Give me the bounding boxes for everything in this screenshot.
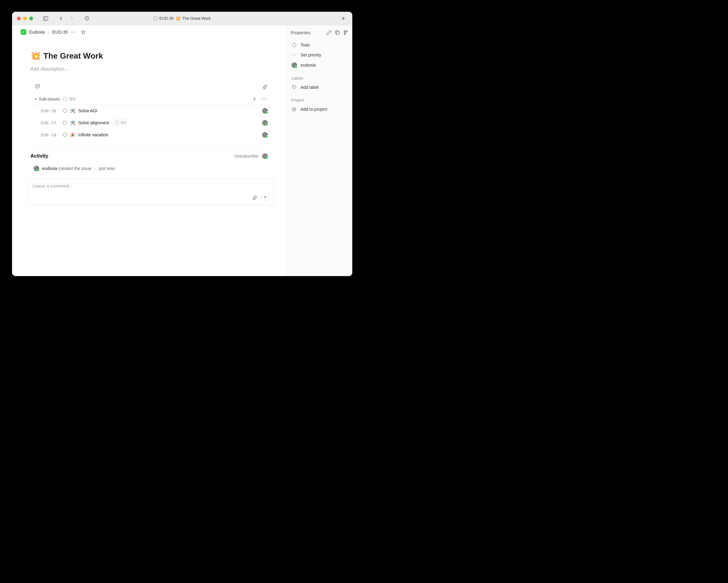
issue-title[interactable]: The Great Work bbox=[44, 51, 103, 61]
subissue-emoji: 🎉 bbox=[70, 132, 75, 137]
svg-point-10 bbox=[263, 99, 264, 100]
svg-point-5 bbox=[75, 32, 76, 33]
attach-button[interactable] bbox=[262, 84, 268, 89]
subissue-status-icon[interactable] bbox=[63, 133, 67, 137]
app-window: EUD-35 💥 The Great Work ✓ Eudoxia › EUD-… bbox=[12, 12, 352, 276]
subissue-title: Solve AGI bbox=[78, 108, 98, 113]
progress-icon bbox=[115, 120, 119, 125]
svg-point-7 bbox=[36, 86, 37, 86]
status-circle-icon bbox=[153, 16, 157, 21]
subissue-assignee-avatar[interactable] bbox=[262, 132, 268, 138]
title-issue-id: EUD-35 bbox=[159, 16, 174, 21]
breadcrumb-issue[interactable]: EUD-35 bbox=[52, 30, 68, 34]
copy-issue-button[interactable] bbox=[335, 30, 340, 35]
svg-point-16 bbox=[293, 86, 294, 87]
favorite-button[interactable] bbox=[81, 30, 86, 34]
add-project-button[interactable]: Add to project bbox=[291, 104, 348, 114]
divider bbox=[31, 147, 268, 147]
toggle-sidebar-button[interactable] bbox=[42, 15, 50, 23]
activity-heading: Activity bbox=[31, 153, 49, 159]
breadcrumb-separator: › bbox=[48, 30, 49, 34]
priority-value: Set priority bbox=[301, 52, 321, 57]
priority-selector[interactable]: ··· Set priority bbox=[291, 50, 348, 60]
comment-attach-button[interactable] bbox=[251, 193, 259, 201]
svg-point-8 bbox=[38, 86, 38, 86]
subissues-label: Sub-issues bbox=[39, 96, 60, 102]
svg-point-15 bbox=[346, 31, 347, 32]
activity-item: eudoxia created the issue·just now bbox=[31, 164, 268, 172]
subissue-progress-pill: 0/3 bbox=[112, 120, 129, 126]
subissue-assignee-avatar[interactable] bbox=[262, 108, 268, 113]
description-input[interactable]: Add description... bbox=[31, 66, 268, 72]
add-subissue-button[interactable] bbox=[251, 97, 258, 101]
project-badge-icon: ✓ bbox=[21, 29, 26, 35]
breadcrumb-project[interactable]: Eudoxia bbox=[29, 30, 45, 34]
svg-point-4 bbox=[73, 32, 74, 33]
breadcrumb-more-button[interactable] bbox=[71, 31, 76, 33]
titlebar: EUD-35 💥 The Great Work bbox=[12, 12, 352, 25]
subissue-id: EUD-36 bbox=[41, 109, 59, 113]
collapse-toggle[interactable]: ▾ bbox=[35, 98, 36, 101]
breadcrumb: ✓ Eudoxia › EUD-35 bbox=[12, 25, 286, 39]
assignee-avatar-icon bbox=[291, 62, 297, 68]
subscriber-avatar[interactable] bbox=[262, 153, 268, 159]
subissue-title: Solve alignment bbox=[78, 120, 109, 125]
add-emoji-button[interactable] bbox=[35, 84, 41, 89]
subissue-emoji: 🛠️ bbox=[70, 108, 75, 113]
subissue-row[interactable]: EUD-36🛠️Solve AGI bbox=[31, 105, 268, 117]
comment-box: Leave a comment... bbox=[28, 178, 274, 205]
subissues-count: 0/3 bbox=[70, 96, 75, 102]
svg-rect-12 bbox=[336, 32, 339, 34]
maximize-window-button[interactable] bbox=[29, 17, 33, 20]
project-heading: Project bbox=[291, 98, 348, 103]
new-tab-button[interactable] bbox=[339, 15, 347, 23]
project-icon bbox=[292, 107, 296, 112]
main-panel: ✓ Eudoxia › EUD-35 💥 The Great Work Add … bbox=[12, 25, 287, 276]
activity-avatar bbox=[34, 166, 39, 171]
issue-emoji[interactable]: 💥 bbox=[31, 51, 41, 61]
comment-input[interactable]: Leave a comment... bbox=[33, 183, 269, 189]
labels-heading: Labels bbox=[291, 76, 348, 81]
assignee-selector[interactable]: eudoxia bbox=[291, 60, 348, 70]
comment-submit-button[interactable] bbox=[261, 193, 269, 201]
activity-action: created the issue bbox=[58, 166, 92, 171]
branch-button[interactable] bbox=[343, 30, 348, 35]
svg-point-3 bbox=[71, 32, 72, 33]
unsubscribe-button[interactable]: Unsubscribe bbox=[234, 154, 258, 159]
copy-link-button[interactable] bbox=[326, 30, 331, 35]
subissue-id: EUD-37 bbox=[41, 120, 59, 125]
issue-title-row: 💥 The Great Work bbox=[31, 51, 268, 61]
nav-forward-button[interactable] bbox=[68, 15, 76, 23]
label-icon bbox=[292, 85, 296, 89]
close-window-button[interactable] bbox=[17, 17, 21, 20]
progress-icon bbox=[63, 97, 67, 101]
svg-rect-0 bbox=[44, 17, 48, 20]
priority-icon: ··· bbox=[292, 52, 296, 57]
subissue-status-icon[interactable] bbox=[63, 120, 67, 125]
add-label-button[interactable]: Add label bbox=[291, 82, 348, 92]
properties-sidebar: Properties Todo ··· bbox=[287, 25, 352, 276]
subissue-row[interactable]: EUD-37🛠️Solve alignment0/3 bbox=[31, 117, 268, 129]
subissue-title: Infinite vacation bbox=[78, 132, 108, 137]
traffic-lights bbox=[17, 17, 33, 20]
title-emoji: 💥 bbox=[176, 16, 181, 21]
nav-back-button[interactable] bbox=[57, 15, 65, 23]
subissues-more-button[interactable] bbox=[260, 99, 268, 100]
add-label-text: Add label bbox=[301, 85, 319, 90]
history-button[interactable] bbox=[83, 15, 91, 23]
activity-user[interactable]: eudoxia bbox=[42, 166, 57, 171]
subissue-row[interactable]: EUD-38🎉Infinite vacation bbox=[31, 129, 268, 141]
window-title: EUD-35 💥 The Great Work bbox=[153, 16, 211, 21]
status-selector[interactable]: Todo bbox=[291, 40, 348, 50]
properties-label: Properties bbox=[291, 30, 311, 35]
subissues-header: ▾ Sub-issues 0/3 bbox=[31, 95, 268, 105]
subissue-status-icon[interactable] bbox=[63, 109, 67, 113]
subissue-emoji: 🛠️ bbox=[70, 120, 75, 125]
activity-time: just now bbox=[99, 166, 114, 171]
status-value: Todo bbox=[301, 43, 310, 48]
activity-list: eudoxia created the issue·just now bbox=[31, 164, 268, 172]
minimize-window-button[interactable] bbox=[23, 17, 27, 20]
svg-point-9 bbox=[261, 99, 262, 100]
add-project-text: Add to project bbox=[301, 107, 327, 112]
subissue-assignee-avatar[interactable] bbox=[262, 120, 268, 126]
